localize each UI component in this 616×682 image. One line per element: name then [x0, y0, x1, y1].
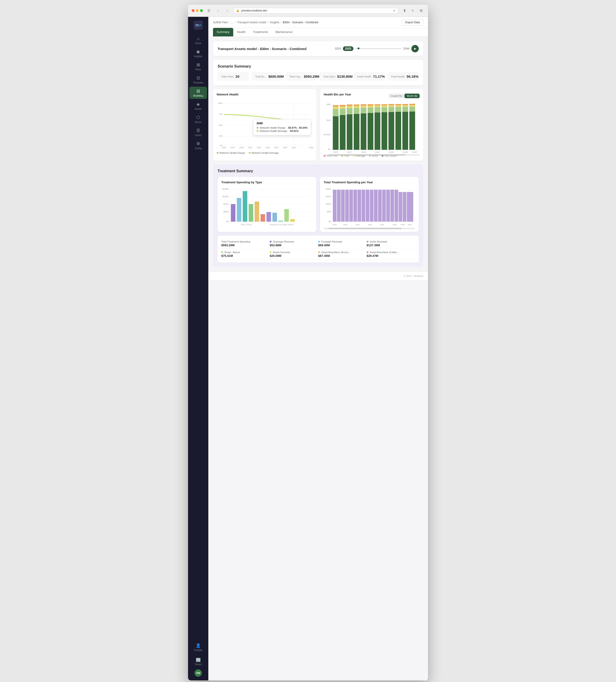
stat-label-5: Final Health [391, 75, 405, 78]
svg-text:$1B: $1B [327, 119, 330, 121]
svg-rect-125 [361, 190, 365, 222]
tab-health[interactable]: Health [233, 28, 249, 37]
svg-rect-131 [386, 190, 390, 222]
tab-treatments[interactable]: Treatments [249, 28, 271, 37]
svg-rect-64 [389, 105, 394, 107]
tooltip-range-label: Network Health Range : [260, 126, 287, 129]
play-button[interactable]: ▶ [411, 45, 419, 52]
avatar[interactable]: SW [195, 669, 202, 677]
back-button[interactable]: ‹ [215, 7, 221, 14]
sidebar-item-nexus[interactable]: ⬡ Nexus [190, 113, 207, 125]
svg-text:2033: 2033 [257, 146, 261, 149]
svg-rect-119 [337, 190, 340, 222]
reload-icon[interactable]: ↺ [393, 9, 395, 13]
sidebar-item-plans[interactable]: ⊞ Plans [190, 61, 207, 73]
new-tab-button[interactable]: + [410, 7, 416, 14]
sidebar-item-tenant[interactable]: 🏢 Tenant [190, 655, 207, 667]
sidebar-item-portfolio[interactable]: 👤 Portfolio [190, 641, 207, 653]
charts-row: Network Health 100% 75% 50% 25% 0% [213, 89, 423, 161]
forward-button[interactable]: › [224, 7, 230, 14]
svg-rect-103 [279, 221, 283, 222]
sidebar-label-portfolio: Portfolio [194, 649, 202, 652]
tabs-button[interactable]: ⧉ [418, 7, 424, 14]
spending-by-type-svg: $140M $105M $70M $35M $0 [221, 187, 313, 226]
svg-text:2025: 2025 [333, 151, 338, 153]
legend-health-range: Network Health Range [217, 152, 245, 154]
stat-value-1: $600.00M [268, 74, 284, 78]
sidebar-item-assets[interactable]: ◈ Assets [190, 100, 207, 112]
svg-text:2027: 2027 [347, 151, 352, 153]
breadcrumb-part-4[interactable]: Insights [270, 21, 279, 24]
network-health-legend: Network Health Range Network Health Aver… [217, 152, 313, 154]
spending-item-road-resurface-access: Road-Resurface (Acces... $87.45M [318, 249, 367, 259]
tab-maintenance[interactable]: Maintenance [271, 28, 296, 37]
sidebar-toggle-button[interactable]: ☰ [205, 7, 212, 14]
stat-total-budget: Total Bu... $600.00M [251, 72, 283, 81]
toggle-worth-btn[interactable]: Worth ($) [404, 94, 420, 98]
spending-footpath-label: Footpath Renewal [322, 240, 342, 243]
breadcrumb-part-3[interactable]: Transport Assets model [237, 21, 266, 24]
svg-rect-95 [231, 204, 236, 222]
portfolio-icon: 👤 [196, 643, 201, 648]
svg-rect-30 [333, 116, 339, 150]
spending-kerbs-dot [367, 241, 369, 243]
sidebar-item-modelling[interactable]: ⊟ Modelling [190, 87, 207, 99]
svg-text:$700M: $700M [324, 134, 331, 136]
svg-rect-46 [360, 113, 366, 150]
spending-by-type-chart-area: $140M $105M $70M $35M $0 [221, 187, 313, 228]
svg-rect-76 [409, 105, 415, 107]
toggle-count-btn[interactable]: Count (%) [389, 94, 405, 98]
spending-total-row: Total Treatment Spending [221, 240, 270, 243]
spending-scrollbar[interactable] [324, 228, 415, 229]
svg-rect-99 [255, 202, 259, 222]
svg-rect-43 [354, 108, 359, 114]
sidebar-item-insights[interactable]: ◉ Insights [190, 47, 207, 60]
close-button[interactable] [192, 9, 195, 12]
spending-footpath-dot [318, 241, 320, 243]
svg-rect-45 [354, 105, 359, 106]
share-button[interactable]: ⬆ [401, 7, 408, 14]
insights-icon: ◉ [196, 49, 200, 54]
sidebar-item-library[interactable]: ☰ Library [190, 126, 207, 138]
minimize-button[interactable] [196, 9, 199, 12]
stat-total-capex: Total Cap... $593.29M [286, 72, 317, 81]
sidebar-label-nexus: Nexus [195, 121, 201, 123]
tab-summary[interactable]: Summary [213, 28, 233, 37]
svg-rect-104 [284, 209, 289, 222]
legend-avg-label: Network Health Average [251, 152, 279, 154]
network-health-title: Network Health [217, 93, 313, 96]
svg-text:2037: 2037 [413, 151, 417, 153]
treatment-summary-section: Treatment Summary Treatment Spending by … [213, 164, 423, 267]
tooltip-avg-label: Network Health Average : [260, 130, 289, 132]
svg-rect-34 [340, 115, 346, 150]
svg-rect-36 [340, 107, 346, 109]
svg-rect-44 [354, 106, 359, 108]
svg-rect-56 [374, 105, 380, 107]
breadcrumb-sep-1: / [229, 21, 230, 24]
sidebar-label-modelling: Modelling [193, 94, 203, 97]
export-data-button[interactable]: Export Data [402, 19, 423, 26]
sidebar-item-templates[interactable]: ⊡ Templates [190, 73, 207, 86]
svg-rect-75 [409, 107, 415, 112]
breadcrumb-part-2[interactable]: ... [232, 21, 234, 24]
svg-rect-51 [368, 108, 373, 113]
svg-text:$0: $0 [328, 148, 330, 150]
spending-road-nexus-value: $75.41M [221, 254, 270, 257]
tooltip-avg-value: 59.01% [290, 130, 299, 132]
spending-item-drainage: Drainage Renewal $52.88M [270, 238, 318, 249]
spending-item-footpath: Footpath Renewal $69.40M [318, 238, 367, 249]
spending-resurface-access-dot [318, 251, 320, 253]
year-slider[interactable] [355, 48, 401, 49]
sidebar-item-config[interactable]: ⚙ Config [190, 139, 207, 152]
svg-rect-128 [374, 190, 378, 222]
chart-scrollbar[interactable] [324, 154, 420, 156]
svg-rect-133 [395, 190, 398, 222]
tooltip-range-line: Network Health Range : 58.67% - 59.34% [257, 126, 308, 129]
stat-value-2: $593.29M [304, 74, 319, 78]
spending-grid: Total Treatment Spending $593.29M Draina… [221, 238, 415, 259]
spending-resurface-access-value: $87.45M [318, 254, 367, 257]
maximize-button[interactable] [200, 9, 203, 12]
sidebar-item-home[interactable]: ⌂ Home [190, 35, 207, 46]
breadcrumb-part-1[interactable]: Suffolk Park [213, 21, 228, 24]
svg-rect-105 [290, 219, 295, 222]
